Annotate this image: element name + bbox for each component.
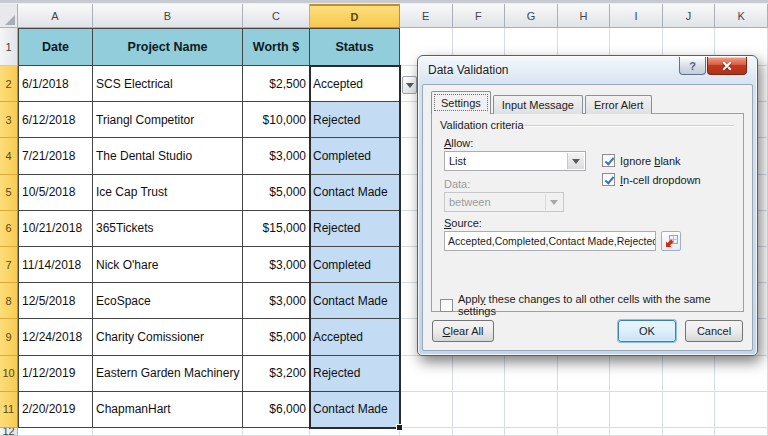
- cell-G11[interactable]: [505, 392, 558, 428]
- allow-combobox[interactable]: List: [444, 151, 586, 171]
- cell-H12[interactable]: [558, 428, 611, 436]
- cell-A4[interactable]: 7/21/2018: [18, 138, 93, 174]
- cell-C9[interactable]: $5,000: [243, 319, 310, 355]
- tab-settings[interactable]: Settings: [431, 91, 491, 114]
- cell-G12[interactable]: [505, 428, 558, 436]
- cell-F10[interactable]: [453, 356, 506, 392]
- column-header-D[interactable]: D: [310, 4, 400, 28]
- cell-A8[interactable]: 12/5/2018: [18, 283, 93, 319]
- cell-A1[interactable]: Date: [18, 28, 93, 66]
- row-header-6[interactable]: 6: [0, 211, 18, 247]
- column-header-B[interactable]: B: [93, 4, 243, 28]
- cell-D9[interactable]: Accepted: [310, 319, 400, 355]
- checkbox-box[interactable]: [440, 299, 453, 312]
- close-button[interactable]: [707, 57, 747, 75]
- cell-A11[interactable]: 2/20/2019: [18, 392, 93, 428]
- column-header-K[interactable]: K: [715, 4, 768, 28]
- row-header-1[interactable]: 1: [0, 28, 18, 66]
- column-header-H[interactable]: H: [558, 4, 611, 28]
- cell-A10[interactable]: 1/12/2019: [18, 356, 93, 392]
- column-header-C[interactable]: C: [243, 4, 310, 28]
- cell-A7[interactable]: 11/14/2018: [18, 247, 93, 283]
- cell-B9[interactable]: Charity Comissioner: [93, 319, 243, 355]
- cell-C10[interactable]: $3,200: [243, 356, 310, 392]
- cell-E12[interactable]: [400, 428, 453, 436]
- cell-C12[interactable]: [243, 428, 310, 436]
- cell-A5[interactable]: 10/5/2018: [18, 175, 93, 211]
- allow-combo-button[interactable]: [567, 153, 584, 169]
- row-header-12[interactable]: 12: [0, 428, 18, 436]
- row-header-7[interactable]: 7: [0, 247, 18, 283]
- cell-B3[interactable]: Triangl Competitor: [93, 102, 243, 138]
- cell-B1[interactable]: Project Name: [93, 28, 243, 66]
- cell-A9[interactable]: 12/24/2018: [18, 319, 93, 355]
- cell-C7[interactable]: $3,000: [243, 247, 310, 283]
- cell-B12[interactable]: [93, 428, 243, 436]
- cell-K12[interactable]: [715, 428, 768, 436]
- cell-C11[interactable]: $6,000: [243, 392, 310, 428]
- source-input[interactable]: Accepted,Completed,Contact Made,Rejected: [444, 231, 656, 251]
- cell-D8[interactable]: Contact Made: [310, 283, 400, 319]
- cell-D3[interactable]: Rejected: [310, 102, 400, 138]
- checkbox-box[interactable]: [602, 154, 615, 167]
- cell-H10[interactable]: [558, 356, 611, 392]
- row-header-9[interactable]: 9: [0, 319, 18, 355]
- cell-D12[interactable]: [310, 428, 400, 436]
- cell-D1[interactable]: Status: [310, 28, 400, 66]
- row-header-4[interactable]: 4: [0, 138, 18, 174]
- column-header-I[interactable]: I: [610, 4, 663, 28]
- cell-C3[interactable]: $10,000: [243, 102, 310, 138]
- row-header-3[interactable]: 3: [0, 102, 18, 138]
- tab-error-alert[interactable]: Error Alert: [585, 95, 653, 114]
- cell-B6[interactable]: 365Tickets: [93, 211, 243, 247]
- apply-checkbox[interactable]: Apply these changes to all other cells w…: [440, 293, 743, 317]
- range-selector-button[interactable]: [661, 231, 681, 251]
- cell-F11[interactable]: [453, 392, 506, 428]
- cell-I10[interactable]: [610, 356, 663, 392]
- cell-G10[interactable]: [505, 356, 558, 392]
- cell-A12[interactable]: [18, 428, 93, 436]
- row-header-8[interactable]: 8: [0, 283, 18, 319]
- row-header-5[interactable]: 5: [0, 175, 18, 211]
- cell-B10[interactable]: Eastern Garden Machinery: [93, 356, 243, 392]
- column-header-E[interactable]: E: [400, 4, 453, 28]
- cell-I11[interactable]: [610, 392, 663, 428]
- help-button[interactable]: ?: [679, 57, 706, 75]
- cell-D4[interactable]: Completed: [310, 138, 400, 174]
- row-header-10[interactable]: 10: [0, 356, 18, 392]
- column-header-A[interactable]: A: [18, 4, 93, 28]
- cell-D6[interactable]: Rejected: [310, 211, 400, 247]
- cell-C4[interactable]: $3,000: [243, 138, 310, 174]
- cell-B2[interactable]: SCS Electrical: [93, 66, 243, 102]
- fill-handle[interactable]: [396, 424, 403, 431]
- ignore-blank-checkbox[interactable]: Ignore blank: [602, 154, 681, 167]
- select-all-corner[interactable]: [0, 4, 18, 28]
- cell-D7[interactable]: Completed: [310, 247, 400, 283]
- clear-all-button[interactable]: Clear All: [432, 320, 494, 342]
- row-header-2[interactable]: 2: [0, 66, 18, 102]
- cell-D2[interactable]: Accepted: [310, 66, 400, 102]
- cell-A2[interactable]: 6/1/2018: [18, 66, 93, 102]
- cell-B8[interactable]: EcoSpace: [93, 283, 243, 319]
- cell-K10[interactable]: [715, 356, 768, 392]
- cell-F12[interactable]: [453, 428, 506, 436]
- cell-A6[interactable]: 10/21/2018: [18, 211, 93, 247]
- ok-button[interactable]: OK: [618, 320, 676, 342]
- cell-K11[interactable]: [715, 392, 768, 428]
- cell-C5[interactable]: $5,000: [243, 175, 310, 211]
- cell-C2[interactable]: $2,500: [243, 66, 310, 102]
- in-cell-dropdown-checkbox[interactable]: In-cell dropdown: [602, 173, 701, 186]
- cell-D11[interactable]: Contact Made: [310, 392, 400, 428]
- cell-C8[interactable]: $3,000: [243, 283, 310, 319]
- cell-E11[interactable]: [400, 392, 453, 428]
- cancel-button[interactable]: Cancel: [685, 320, 743, 342]
- column-header-F[interactable]: F: [453, 4, 506, 28]
- cell-J11[interactable]: [663, 392, 716, 428]
- cell-C1[interactable]: Worth $: [243, 28, 310, 66]
- cell-D5[interactable]: Contact Made: [310, 175, 400, 211]
- cell-E10[interactable]: [400, 356, 453, 392]
- cell-B7[interactable]: Nick O'hare: [93, 247, 243, 283]
- checkbox-box[interactable]: [602, 173, 615, 186]
- cell-H11[interactable]: [558, 392, 611, 428]
- cell-A3[interactable]: 6/12/2018: [18, 102, 93, 138]
